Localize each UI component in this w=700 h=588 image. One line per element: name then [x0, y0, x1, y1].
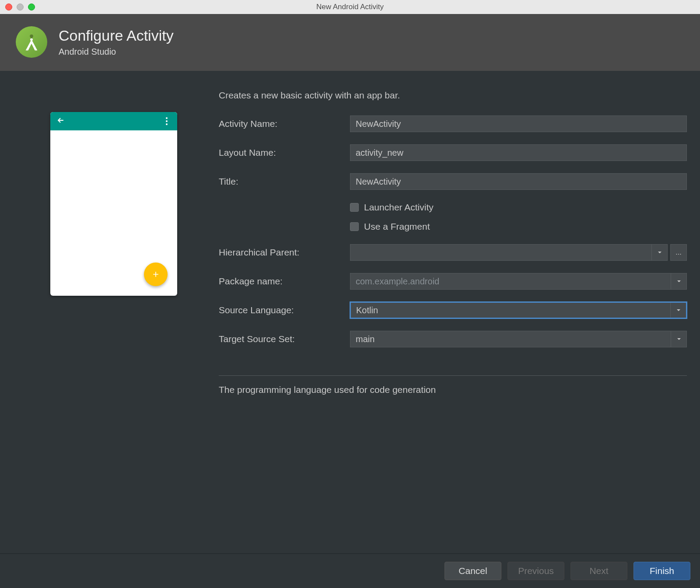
- hierarchical-parent-label: Hierarchical Parent:: [219, 247, 350, 258]
- use-fragment-label: Use a Fragment: [364, 221, 430, 232]
- activity-name-label: Activity Name:: [219, 119, 350, 129]
- header-text-block: Configure Activity Android Studio: [59, 27, 174, 57]
- maximize-window-button[interactable]: [28, 4, 35, 10]
- minimize-window-button[interactable]: [17, 4, 24, 10]
- target-source-set-combo[interactable]: main: [350, 331, 687, 347]
- cancel-button[interactable]: Cancel: [444, 562, 501, 580]
- dialog-header: Configure Activity Android Studio: [0, 14, 700, 71]
- hint-text: The programming language used for code g…: [219, 385, 687, 395]
- back-arrow-icon: [56, 116, 65, 127]
- window-controls: [5, 4, 35, 10]
- page-subtitle: Android Studio: [59, 47, 174, 57]
- preview-appbar: [50, 112, 177, 130]
- svg-point-5: [166, 123, 168, 125]
- target-source-set-value: main: [350, 331, 671, 347]
- use-fragment-checkbox[interactable]: [350, 222, 359, 231]
- hierarchical-parent-browse-button[interactable]: ...: [670, 244, 687, 261]
- launcher-activity-label: Launcher Activity: [364, 202, 434, 213]
- title-input[interactable]: [350, 173, 687, 190]
- window-title: New Android Activity: [0, 3, 700, 11]
- overflow-menu-icon: [162, 117, 171, 125]
- activity-name-input[interactable]: [350, 116, 687, 132]
- hierarchical-parent-value: [350, 245, 651, 260]
- hierarchical-parent-combo[interactable]: [350, 244, 668, 261]
- package-name-value: com.example.android: [350, 273, 671, 289]
- dialog-window: New Android Activity Configure Activity …: [0, 0, 700, 588]
- titlebar: New Android Activity: [0, 0, 700, 14]
- source-language-label: Source Language:: [219, 305, 350, 315]
- previous-button[interactable]: Previous: [508, 562, 564, 580]
- next-button[interactable]: Next: [570, 562, 627, 580]
- svg-point-3: [166, 117, 168, 119]
- preview-column: [9, 90, 219, 545]
- source-language-value: Kotlin: [351, 303, 670, 318]
- chevron-down-icon: [670, 303, 686, 318]
- page-title: Configure Activity: [59, 27, 174, 44]
- dialog-footer: Cancel Previous Next Finish: [0, 553, 700, 588]
- android-studio-icon: [16, 26, 47, 58]
- preview-body: [50, 130, 177, 296]
- phone-preview: [50, 112, 177, 296]
- finish-button[interactable]: Finish: [634, 562, 690, 580]
- dialog-body: Creates a new basic activity with an app…: [0, 71, 700, 553]
- chevron-down-icon: [651, 245, 667, 260]
- chevron-down-icon: [671, 331, 686, 347]
- launcher-activity-checkbox[interactable]: [350, 203, 359, 212]
- svg-point-4: [166, 120, 168, 122]
- layout-name-input[interactable]: [350, 144, 687, 161]
- title-label: Title:: [219, 176, 350, 187]
- target-source-set-label: Target Source Set:: [219, 334, 350, 344]
- preview-fab-icon: [144, 262, 168, 286]
- layout-name-label: Layout Name:: [219, 147, 350, 158]
- form-description: Creates a new basic activity with an app…: [219, 90, 687, 101]
- chevron-down-icon: [671, 273, 686, 289]
- package-name-combo[interactable]: com.example.android: [350, 273, 687, 290]
- package-name-label: Package name:: [219, 276, 350, 287]
- close-window-button[interactable]: [5, 4, 12, 10]
- form-column: Creates a new basic activity with an app…: [219, 90, 691, 545]
- source-language-combo[interactable]: Kotlin: [350, 302, 687, 318]
- svg-point-2: [30, 38, 33, 41]
- hint-divider: The programming language used for code g…: [219, 375, 687, 395]
